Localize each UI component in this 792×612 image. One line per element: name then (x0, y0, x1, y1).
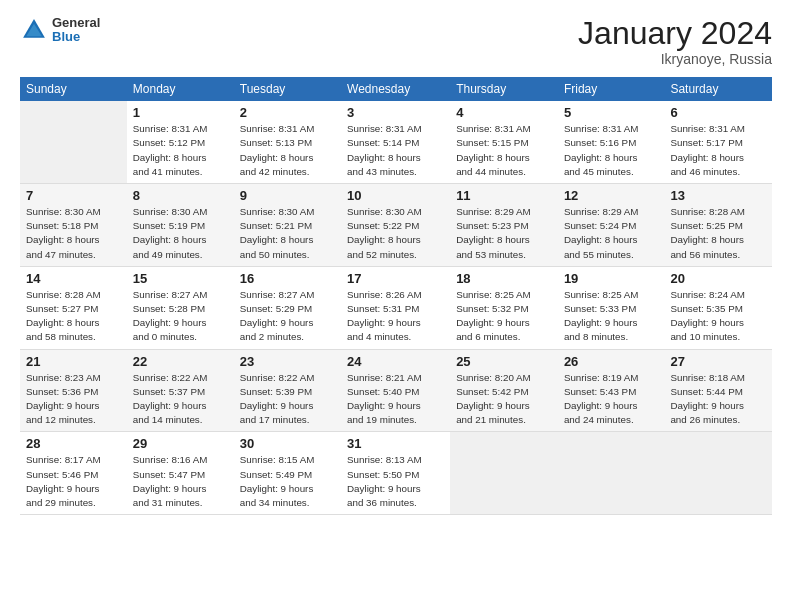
logo-icon (20, 16, 48, 44)
calendar-cell: 18Sunrise: 8:25 AMSunset: 5:32 PMDayligh… (450, 266, 558, 349)
calendar-cell: 6Sunrise: 8:31 AMSunset: 5:17 PMDaylight… (664, 101, 772, 183)
calendar-cell: 23Sunrise: 8:22 AMSunset: 5:39 PMDayligh… (234, 349, 341, 432)
day-info: Sunrise: 8:29 AMSunset: 5:23 PMDaylight:… (456, 205, 552, 262)
calendar-cell (450, 432, 558, 515)
day-number: 14 (26, 271, 121, 286)
calendar-cell: 20Sunrise: 8:24 AMSunset: 5:35 PMDayligh… (664, 266, 772, 349)
day-info: Sunrise: 8:31 AMSunset: 5:17 PMDaylight:… (670, 122, 766, 179)
weekday-header: Sunday (20, 77, 127, 101)
day-number: 12 (564, 188, 659, 203)
day-number: 25 (456, 354, 552, 369)
day-number: 29 (133, 436, 228, 451)
day-number: 24 (347, 354, 444, 369)
day-info: Sunrise: 8:22 AMSunset: 5:39 PMDaylight:… (240, 371, 335, 428)
logo-text: General Blue (52, 16, 100, 45)
day-number: 13 (670, 188, 766, 203)
day-info: Sunrise: 8:16 AMSunset: 5:47 PMDaylight:… (133, 453, 228, 510)
calendar-cell: 31Sunrise: 8:13 AMSunset: 5:50 PMDayligh… (341, 432, 450, 515)
calendar-cell: 25Sunrise: 8:20 AMSunset: 5:42 PMDayligh… (450, 349, 558, 432)
calendar-cell: 1Sunrise: 8:31 AMSunset: 5:12 PMDaylight… (127, 101, 234, 183)
day-info: Sunrise: 8:31 AMSunset: 5:16 PMDaylight:… (564, 122, 659, 179)
calendar-week-row: 14Sunrise: 8:28 AMSunset: 5:27 PMDayligh… (20, 266, 772, 349)
calendar-cell: 5Sunrise: 8:31 AMSunset: 5:16 PMDaylight… (558, 101, 665, 183)
day-number: 1 (133, 105, 228, 120)
day-number: 10 (347, 188, 444, 203)
day-info: Sunrise: 8:17 AMSunset: 5:46 PMDaylight:… (26, 453, 121, 510)
calendar-cell: 24Sunrise: 8:21 AMSunset: 5:40 PMDayligh… (341, 349, 450, 432)
day-number: 6 (670, 105, 766, 120)
weekday-header: Tuesday (234, 77, 341, 101)
day-info: Sunrise: 8:31 AMSunset: 5:15 PMDaylight:… (456, 122, 552, 179)
calendar-cell: 17Sunrise: 8:26 AMSunset: 5:31 PMDayligh… (341, 266, 450, 349)
day-number: 28 (26, 436, 121, 451)
calendar-cell: 29Sunrise: 8:16 AMSunset: 5:47 PMDayligh… (127, 432, 234, 515)
weekday-header: Thursday (450, 77, 558, 101)
day-info: Sunrise: 8:30 AMSunset: 5:19 PMDaylight:… (133, 205, 228, 262)
day-number: 16 (240, 271, 335, 286)
day-info: Sunrise: 8:24 AMSunset: 5:35 PMDaylight:… (670, 288, 766, 345)
day-info: Sunrise: 8:25 AMSunset: 5:33 PMDaylight:… (564, 288, 659, 345)
calendar-week-row: 7Sunrise: 8:30 AMSunset: 5:18 PMDaylight… (20, 184, 772, 267)
weekday-header: Friday (558, 77, 665, 101)
day-number: 20 (670, 271, 766, 286)
calendar-cell: 9Sunrise: 8:30 AMSunset: 5:21 PMDaylight… (234, 184, 341, 267)
day-info: Sunrise: 8:27 AMSunset: 5:28 PMDaylight:… (133, 288, 228, 345)
calendar-cell: 28Sunrise: 8:17 AMSunset: 5:46 PMDayligh… (20, 432, 127, 515)
day-info: Sunrise: 8:30 AMSunset: 5:21 PMDaylight:… (240, 205, 335, 262)
calendar-cell: 22Sunrise: 8:22 AMSunset: 5:37 PMDayligh… (127, 349, 234, 432)
day-number: 18 (456, 271, 552, 286)
calendar-cell: 13Sunrise: 8:28 AMSunset: 5:25 PMDayligh… (664, 184, 772, 267)
day-info: Sunrise: 8:13 AMSunset: 5:50 PMDaylight:… (347, 453, 444, 510)
calendar-cell: 15Sunrise: 8:27 AMSunset: 5:28 PMDayligh… (127, 266, 234, 349)
calendar-cell: 8Sunrise: 8:30 AMSunset: 5:19 PMDaylight… (127, 184, 234, 267)
calendar-cell (20, 101, 127, 183)
day-number: 17 (347, 271, 444, 286)
day-number: 5 (564, 105, 659, 120)
calendar-table: SundayMondayTuesdayWednesdayThursdayFrid… (20, 77, 772, 515)
day-info: Sunrise: 8:19 AMSunset: 5:43 PMDaylight:… (564, 371, 659, 428)
calendar-cell: 11Sunrise: 8:29 AMSunset: 5:23 PMDayligh… (450, 184, 558, 267)
calendar-week-row: 1Sunrise: 8:31 AMSunset: 5:12 PMDaylight… (20, 101, 772, 183)
calendar-cell: 26Sunrise: 8:19 AMSunset: 5:43 PMDayligh… (558, 349, 665, 432)
month-title: January 2024 (578, 16, 772, 51)
day-info: Sunrise: 8:21 AMSunset: 5:40 PMDaylight:… (347, 371, 444, 428)
title-block: January 2024 Ikryanoye, Russia (578, 16, 772, 67)
day-info: Sunrise: 8:27 AMSunset: 5:29 PMDaylight:… (240, 288, 335, 345)
day-number: 4 (456, 105, 552, 120)
header-row: SundayMondayTuesdayWednesdayThursdayFrid… (20, 77, 772, 101)
day-info: Sunrise: 8:22 AMSunset: 5:37 PMDaylight:… (133, 371, 228, 428)
day-number: 11 (456, 188, 552, 203)
day-info: Sunrise: 8:20 AMSunset: 5:42 PMDaylight:… (456, 371, 552, 428)
calendar-cell: 12Sunrise: 8:29 AMSunset: 5:24 PMDayligh… (558, 184, 665, 267)
day-info: Sunrise: 8:29 AMSunset: 5:24 PMDaylight:… (564, 205, 659, 262)
day-info: Sunrise: 8:18 AMSunset: 5:44 PMDaylight:… (670, 371, 766, 428)
day-info: Sunrise: 8:30 AMSunset: 5:18 PMDaylight:… (26, 205, 121, 262)
day-number: 21 (26, 354, 121, 369)
day-number: 31 (347, 436, 444, 451)
calendar-cell: 16Sunrise: 8:27 AMSunset: 5:29 PMDayligh… (234, 266, 341, 349)
calendar-cell: 4Sunrise: 8:31 AMSunset: 5:15 PMDaylight… (450, 101, 558, 183)
calendar-cell: 2Sunrise: 8:31 AMSunset: 5:13 PMDaylight… (234, 101, 341, 183)
calendar-cell: 27Sunrise: 8:18 AMSunset: 5:44 PMDayligh… (664, 349, 772, 432)
day-number: 26 (564, 354, 659, 369)
day-number: 19 (564, 271, 659, 286)
page: General Blue January 2024 Ikryanoye, Rus… (0, 0, 792, 612)
calendar-cell (558, 432, 665, 515)
day-number: 23 (240, 354, 335, 369)
header: General Blue January 2024 Ikryanoye, Rus… (20, 16, 772, 67)
calendar-cell (664, 432, 772, 515)
calendar-cell: 14Sunrise: 8:28 AMSunset: 5:27 PMDayligh… (20, 266, 127, 349)
logo-general: General (52, 16, 100, 30)
calendar-cell: 19Sunrise: 8:25 AMSunset: 5:33 PMDayligh… (558, 266, 665, 349)
weekday-header: Saturday (664, 77, 772, 101)
calendar-week-row: 28Sunrise: 8:17 AMSunset: 5:46 PMDayligh… (20, 432, 772, 515)
calendar-cell: 7Sunrise: 8:30 AMSunset: 5:18 PMDaylight… (20, 184, 127, 267)
day-number: 15 (133, 271, 228, 286)
day-number: 30 (240, 436, 335, 451)
day-number: 7 (26, 188, 121, 203)
weekday-header: Monday (127, 77, 234, 101)
calendar-cell: 30Sunrise: 8:15 AMSunset: 5:49 PMDayligh… (234, 432, 341, 515)
calendar-cell: 10Sunrise: 8:30 AMSunset: 5:22 PMDayligh… (341, 184, 450, 267)
day-info: Sunrise: 8:31 AMSunset: 5:14 PMDaylight:… (347, 122, 444, 179)
day-info: Sunrise: 8:31 AMSunset: 5:12 PMDaylight:… (133, 122, 228, 179)
